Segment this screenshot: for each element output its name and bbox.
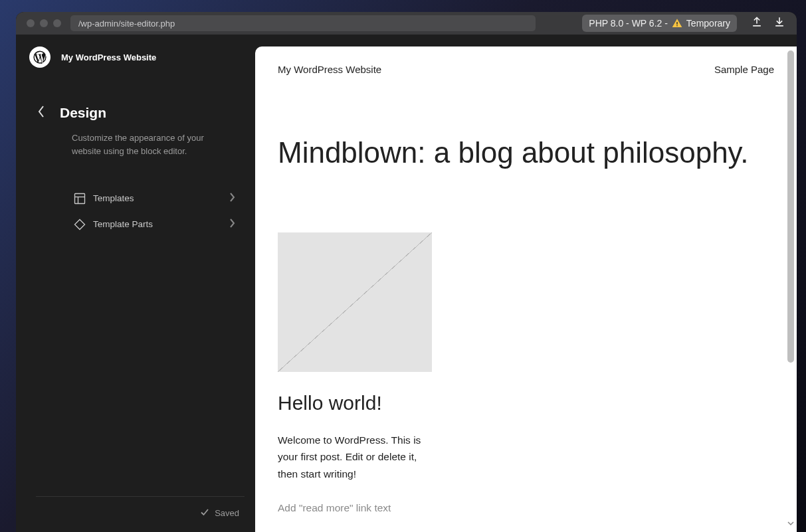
preview-read-more[interactable]: Add "read more" link text — [278, 502, 774, 514]
scroll-down-icon[interactable] — [787, 519, 794, 528]
titlebar: /wp-admin/site-editor.php PHP 8.0 - WP 6… — [16, 12, 797, 35]
canvas-area: My WordPress Website Sample Page Mindblo… — [255, 35, 797, 532]
minimize-dot[interactable] — [40, 19, 48, 27]
close-dot[interactable] — [27, 19, 35, 27]
upload-icon[interactable] — [750, 15, 763, 31]
sidebar-item-label: Templates — [93, 193, 134, 203]
wordpress-logo-icon[interactable] — [29, 46, 50, 68]
app-body: My WordPress Website Design Customize th… — [16, 35, 797, 532]
env-text-prefix: PHP 8.0 - WP 6.2 - — [589, 18, 668, 29]
site-title[interactable]: My WordPress Website — [61, 52, 156, 62]
sidebar-item-template-parts[interactable]: Template Parts — [16, 211, 255, 237]
env-badge[interactable]: PHP 8.0 - WP 6.2 - Temporary — [582, 15, 737, 32]
scroll-thumb[interactable] — [787, 50, 794, 363]
sidebar-footer: Saved — [16, 496, 255, 532]
back-button[interactable] — [37, 105, 45, 121]
window-controls — [23, 19, 61, 27]
svg-rect-1 — [676, 25, 677, 26]
preview-post-body[interactable]: Welcome to WordPress. This is your first… — [278, 432, 424, 483]
panel-description: Customize the appearance of your website… — [16, 121, 255, 157]
sidebar-item-label: Template Parts — [93, 219, 153, 229]
svg-rect-0 — [676, 22, 677, 25]
preview-nav-link[interactable]: Sample Page — [714, 64, 774, 75]
address-bar[interactable]: /wp-admin/site-editor.php — [70, 15, 536, 31]
preview-header: My WordPress Website Sample Page — [278, 64, 774, 75]
check-icon — [200, 507, 209, 519]
sidebar: My WordPress Website Design Customize th… — [16, 35, 255, 532]
panel-title: Design — [60, 105, 106, 121]
scrollbar[interactable] — [787, 50, 794, 528]
download-icon[interactable] — [773, 15, 786, 31]
site-preview-frame[interactable]: My WordPress Website Sample Page Mindblo… — [255, 46, 797, 532]
sidebar-item-templates[interactable]: Templates — [16, 185, 255, 211]
address-text: /wp-admin/site-editor.php — [78, 19, 175, 29]
preview-site-title[interactable]: My WordPress Website — [278, 64, 381, 75]
preview-placeholder-image[interactable] — [278, 232, 432, 372]
maximize-dot[interactable] — [53, 19, 61, 27]
app-window: /wp-admin/site-editor.php PHP 8.0 - WP 6… — [16, 12, 797, 532]
preview-content: My WordPress Website Sample Page Mindblo… — [255, 46, 797, 514]
sidebar-header: My WordPress Website — [16, 35, 255, 68]
titlebar-actions — [750, 15, 786, 31]
preview-hero-heading[interactable]: Mindblown: a blog about philosophy. — [278, 136, 774, 170]
templates-icon — [73, 192, 86, 205]
sidebar-nav: Templates Template Parts — [16, 185, 255, 237]
chevron-right-icon — [230, 193, 235, 204]
warning-icon — [672, 18, 682, 29]
svg-rect-3 — [75, 193, 85, 203]
sidebar-title-row: Design — [16, 68, 255, 121]
preview-post-title[interactable]: Hello world! — [278, 392, 774, 414]
chevron-right-icon — [230, 219, 235, 230]
env-text-suffix: Temporary — [686, 18, 730, 29]
saved-label: Saved — [215, 508, 239, 518]
template-parts-icon — [73, 218, 86, 231]
